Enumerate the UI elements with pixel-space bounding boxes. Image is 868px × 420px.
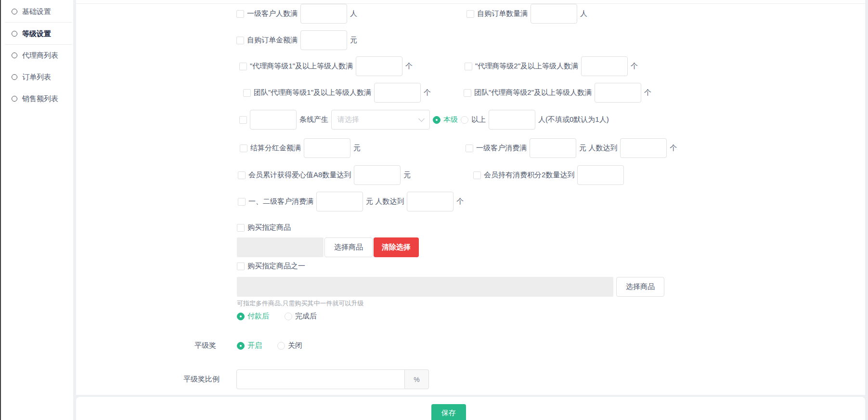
radio-label[interactable]: 开启: [247, 341, 262, 350]
after-complete-radio[interactable]: [285, 313, 292, 320]
line-type-select[interactable]: 请选择: [331, 110, 430, 130]
radio-circle-icon: [12, 9, 17, 14]
after-payment-radio[interactable]: [237, 313, 245, 320]
first-level-customer-count-checkbox[interactable]: [236, 10, 244, 18]
lines-count-input[interactable]: [250, 110, 297, 130]
radio-label[interactable]: 关闭: [288, 341, 302, 350]
condition-label: 会员持有消费积分2数量达到: [484, 171, 574, 180]
radio-circle-icon: [12, 52, 17, 58]
line-people-count-input[interactable]: [489, 110, 535, 130]
condition-consume-points2: 会员持有消费积分2数量达到: [473, 165, 624, 185]
line-level-self-radio[interactable]: [433, 116, 440, 124]
save-button[interactable]: 保存: [431, 404, 466, 420]
radio-circle-icon: [12, 96, 17, 102]
consume-points2-input[interactable]: [577, 165, 624, 185]
peer-ratio-label: 平级奖比例: [183, 375, 220, 384]
condition-first-level-customer-count: 一级客户人数满 人: [236, 4, 357, 24]
condition-label: 一、二级客户消费满: [248, 197, 313, 206]
sidebar-item-label: 销售额列表: [22, 94, 58, 104]
first-level-customer-count-input[interactable]: [300, 4, 347, 24]
sidebar-item-agent-list[interactable]: 代理商列表: [12, 51, 58, 60]
sidebar-item-sales-list[interactable]: 销售额列表: [12, 94, 58, 104]
radio-label[interactable]: 付款后: [247, 312, 269, 321]
agent-level1-count-checkbox[interactable]: [239, 63, 247, 70]
consume-points2-checkbox[interactable]: [473, 171, 481, 179]
peer-ratio-input[interactable]: [236, 369, 405, 389]
condition-label: 一级客户消费满: [476, 144, 527, 153]
radio-circle-icon: [12, 31, 17, 37]
chevron-down-icon: [418, 116, 425, 122]
team-agent-level1-count-checkbox[interactable]: [243, 89, 251, 97]
peer-award-on-radio[interactable]: [237, 342, 245, 350]
team-agent-level2-count-input[interactable]: [595, 83, 641, 103]
suffix-label: 人(不填或0默认为1人): [538, 115, 609, 124]
radio-label[interactable]: 完成后: [295, 312, 317, 321]
agent-level2-count-checkbox[interactable]: [465, 63, 472, 70]
peer-ratio-label-wrap: 平级奖比例: [183, 375, 220, 384]
line-level-above-radio[interactable]: [461, 116, 468, 124]
clear-selection-button[interactable]: 清除选择: [374, 237, 419, 257]
first-second-level-consume-checkbox[interactable]: [238, 198, 246, 206]
buy-product-checkbox[interactable]: [237, 224, 245, 232]
sidebar-item-level-settings[interactable]: 等级设置: [12, 29, 51, 39]
team-agent-level1-count-input[interactable]: [374, 83, 421, 103]
condition-first-second-level-consume: 一、二级客户消费满 元 人数达到 个: [238, 192, 464, 211]
buy-one-of-selector-row: 选择商品: [237, 277, 664, 297]
unit-label: 元: [353, 144, 361, 153]
sidebar-item-label: 代理商列表: [22, 51, 58, 60]
radio-label[interactable]: 本级: [443, 115, 458, 124]
love-value-a8-checkbox[interactable]: [238, 171, 246, 179]
condition-label: 会员累计获得爱心值A8数量达到: [248, 171, 351, 180]
radio-label[interactable]: 以上: [471, 115, 486, 124]
select-product-button-2[interactable]: 选择商品: [616, 277, 664, 297]
first-second-level-consume-people-input[interactable]: [407, 192, 453, 211]
sidebar-item-label: 基础设置: [22, 7, 51, 16]
first-second-level-consume-amount-input[interactable]: [316, 192, 363, 211]
condition-buy-one-of: 购买指定商品之一: [237, 262, 305, 271]
condition-label: 购买指定商品之一: [247, 262, 305, 271]
scrollbar-track[interactable]: [865, 0, 868, 420]
condition-label: 一级客户人数满: [247, 9, 298, 18]
select-product-button[interactable]: 选择商品: [324, 237, 373, 257]
first-level-consume-amount-input[interactable]: [530, 138, 576, 158]
condition-team-agent-level1-count: 团队"代理商等级1"及以上等级人数满 个: [243, 83, 431, 103]
unit-label: 人: [580, 9, 587, 18]
condition-label: 结算分红金额满: [250, 144, 301, 153]
condition-first-level-consume: 一级客户消费满 元 人数达到 个: [466, 138, 677, 158]
unit-label: 元 人数达到: [579, 144, 617, 153]
condition-label: "代理商等级1"及以上等级人数满: [250, 62, 353, 71]
condition-label: 自购订单数量满: [477, 9, 528, 18]
unit-label: 个: [670, 144, 677, 153]
level-settings-form: 一级客户人数满 人 自购订单数量满 人 自购订单金额满 元 "代理商等级1"及以…: [76, 0, 865, 395]
unit-label: 元 人数达到: [366, 197, 404, 206]
self-order-amount-checkbox[interactable]: [236, 37, 244, 44]
first-level-consume-checkbox[interactable]: [466, 144, 473, 152]
sidebar-item-order-list[interactable]: 订单列表: [12, 72, 51, 82]
self-order-count-input[interactable]: [531, 4, 577, 24]
buy-one-of-checkbox[interactable]: [237, 262, 245, 270]
condition-self-order-amount: 自购订单金额满 元: [236, 30, 357, 50]
lines-produce-checkbox[interactable]: [239, 116, 247, 124]
peer-award-off-radio[interactable]: [277, 342, 285, 350]
self-order-amount-input[interactable]: [300, 30, 347, 50]
buy-one-of-display-field: [237, 277, 613, 297]
sidebar-item-basic-settings[interactable]: 基础设置: [12, 7, 51, 16]
agent-level1-count-input[interactable]: [356, 56, 402, 76]
unit-label: 人: [350, 9, 357, 18]
unit-label: 个: [631, 62, 638, 71]
form-footer: 保存: [76, 397, 865, 420]
first-level-consume-people-input[interactable]: [620, 138, 667, 158]
self-order-count-checkbox[interactable]: [466, 10, 474, 18]
peer-ratio-field: %: [236, 369, 429, 389]
agent-level2-count-input[interactable]: [581, 56, 628, 76]
love-value-a8-input[interactable]: [354, 165, 401, 185]
peer-award-label: 平级奖: [194, 341, 216, 350]
unit-label: 元: [403, 171, 411, 180]
settlement-bonus-checkbox[interactable]: [240, 144, 247, 152]
settlement-bonus-input[interactable]: [304, 138, 350, 158]
sidebar-divider: [5, 44, 72, 45]
condition-team-agent-level2-count: 团队"代理商等级2"及以上等级人数满 个: [464, 83, 651, 103]
sidebar-item-label: 等级设置: [22, 29, 51, 39]
buy-product-display-field: [237, 237, 324, 257]
team-agent-level2-count-checkbox[interactable]: [464, 89, 471, 97]
